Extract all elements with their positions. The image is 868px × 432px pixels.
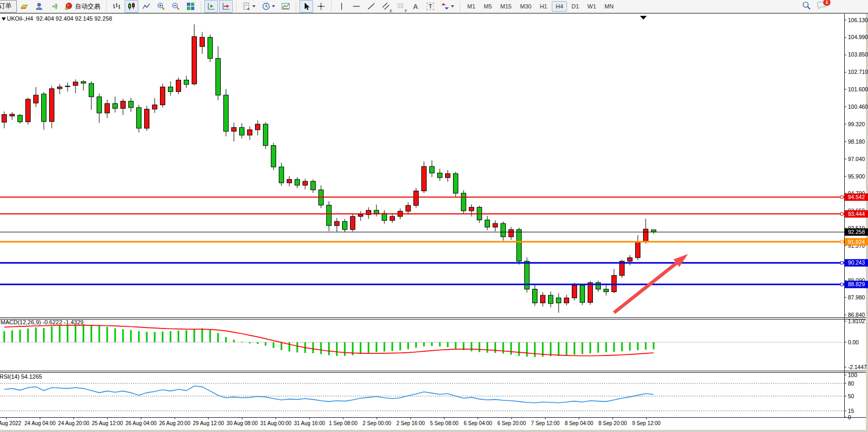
svg-text:31 Aug 16:00: 31 Aug 16:00 [294,420,325,426]
crosshair-icon[interactable] [314,0,328,13]
candlestick-chart-icon[interactable] [125,0,138,13]
svg-text:97.040: 97.040 [848,156,865,162]
svg-text:93.444: 93.444 [848,211,865,217]
toolbar-separator [106,2,107,12]
signal-icon[interactable] [47,0,61,13]
dropdown-caret [272,5,275,7]
label-letter: T [427,3,435,10]
order-button[interactable]: 订单 [0,0,17,13]
svg-text:91.624: 91.624 [848,239,865,245]
fibonacci-letter: F [405,9,407,13]
svg-text:99.320: 99.320 [848,121,865,127]
chart-window: 106.130104.990103.850102.710101.600100.4… [0,13,868,432]
svg-text:-2.1447: -2.1447 [848,364,867,370]
svg-text:23 Aug 2022: 23 Aug 2022 [0,420,22,426]
text-tool-icon[interactable]: A [409,0,422,13]
svg-text:2 Sep 16:00: 2 Sep 16:00 [397,420,425,426]
svg-text:9 Sep 12:00: 9 Sep 12:00 [632,420,661,426]
auto-scroll-icon[interactable] [204,0,218,13]
text-letter: A [413,3,418,11]
svg-text:80: 80 [848,380,854,387]
svg-text:50: 50 [848,393,854,399]
dropdown-caret [451,5,454,7]
svg-text:1 Sep 08:00: 1 Sep 08:00 [329,420,357,426]
svg-text:7 Sep 12:00: 7 Sep 12:00 [531,420,560,426]
toolbar-right-group: 1 [802,1,827,12]
svg-text:26 Aug 20:00: 26 Aug 20:00 [159,420,191,426]
autotrade-button[interactable]: 自动交易 [61,2,103,12]
period-clock-icon[interactable] [259,0,278,13]
zoom-in-icon[interactable] [154,0,168,13]
cursor-icon[interactable] [299,0,313,13]
svg-text:90.243: 90.243 [848,259,865,266]
tf-d1[interactable]: D1 [568,1,583,12]
bar-chart-icon[interactable] [110,0,124,13]
tile-windows-icon[interactable] [184,0,197,13]
svg-text:2 Sep 00:00: 2 Sep 00:00 [363,420,391,426]
svg-text:0: 0 [848,414,851,420]
symbol-title: UKOil-,H4 92.404 92.404 92.145 92.258 [7,15,112,22]
channel-letter: E [390,9,392,13]
svg-text:106.130: 106.130 [848,17,868,23]
svg-text:8 Sep 04:00: 8 Sep 04:00 [565,420,593,426]
svg-text:104.990: 104.990 [848,34,868,40]
window-bottom-edge [0,430,868,432]
svg-text:24 Aug 04:00: 24 Aug 04:00 [24,420,55,426]
notification-badge[interactable]: 1 [823,0,831,6]
svg-text:29 Aug 12:00: 29 Aug 12:00 [193,420,224,426]
svg-text:95.900: 95.900 [848,173,865,180]
svg-text:88.829: 88.829 [848,281,865,287]
horizontal-line-tool-icon[interactable] [350,0,363,13]
new-order-icon[interactable] [240,0,258,13]
chart-canvas[interactable]: 106.130104.990103.850102.710101.600100.4… [0,13,868,432]
svg-text:92.258: 92.258 [848,229,865,235]
dropdown-caret [252,5,256,7]
svg-text:31 Aug 00:00: 31 Aug 00:00 [260,420,291,426]
tf-w1[interactable]: W1 [584,1,600,12]
shapes-tool-icon[interactable] [438,0,457,13]
trendline-tool-icon[interactable] [364,0,378,13]
svg-text:86.840: 86.840 [848,312,865,318]
gold-bar-icon[interactable] [17,0,31,13]
autotrade-ball-icon [64,2,73,11]
mt4-window: 订单 自动交易 [0,0,868,432]
svg-text:101.600: 101.600 [848,86,868,92]
zoom-out-icon[interactable] [169,0,183,13]
tf-h1[interactable]: H1 [536,1,551,12]
label-tool-icon[interactable]: T [423,0,437,13]
tf-mn[interactable]: MN [601,1,617,12]
autotrade-label: 自动交易 [75,2,100,11]
svg-text:94.542: 94.542 [848,194,865,200]
line-chart-icon[interactable] [139,0,153,13]
toolbar: 订单 自动交易 [0,0,868,13]
vertical-line-tool-icon[interactable] [335,0,348,13]
indicators-icon[interactable] [279,0,293,13]
svg-text:98.180: 98.180 [848,138,865,145]
channel-tool-icon[interactable]: E [379,0,393,13]
svg-text:15: 15 [848,408,854,414]
svg-text:26 Aug 04:00: 26 Aug 04:00 [126,420,157,426]
svg-text:0.00: 0.00 [848,339,859,345]
svg-text:100: 100 [848,372,857,378]
tf-m15[interactable]: M15 [497,1,515,12]
toolbar-separator [296,2,296,12]
symbol-dropdown-icon[interactable] [2,17,6,21]
tf-h4[interactable]: H4 [552,1,567,12]
svg-text:5 Sep 08:00: 5 Sep 08:00 [430,420,458,426]
profile-icon[interactable] [32,0,46,13]
tf-m1[interactable]: M1 [464,1,479,12]
chat-icon[interactable]: 1 [817,1,827,12]
svg-text:6 Sep 04:00: 6 Sep 04:00 [464,420,492,426]
tf-m5[interactable]: M5 [480,1,495,12]
svg-text:30 Aug 08:00: 30 Aug 08:00 [227,420,258,426]
svg-text:24 Aug 20:00: 24 Aug 20:00 [58,420,89,426]
svg-text:1.8102: 1.8102 [848,318,865,324]
svg-text:102.710: 102.710 [848,69,868,75]
chart-shift-icon[interactable] [219,0,233,13]
svg-text:6 Sep 20:00: 6 Sep 20:00 [497,420,526,426]
rsi-indicator-label: RSI(14) 54.1265 [0,373,42,380]
search-icon[interactable] [802,1,811,12]
svg-text:103.850: 103.850 [848,51,868,58]
tf-m30[interactable]: M30 [516,1,535,12]
fibonacci-tool-icon[interactable]: F [394,0,408,13]
